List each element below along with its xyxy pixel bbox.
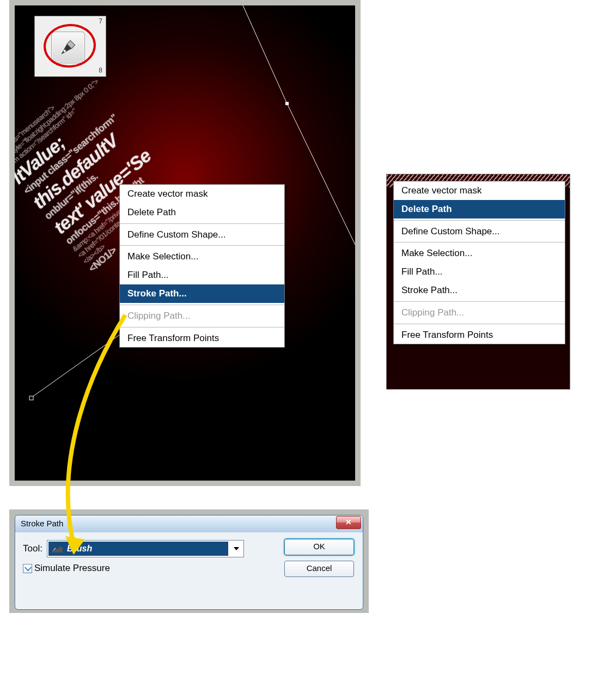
path-context-menu-item[interactable]: Fill Path... (120, 266, 284, 284)
path-context-menu-item[interactable]: Free Transform Points (120, 329, 284, 348)
path-context-menu-2-item[interactable]: Delete Path (394, 200, 565, 218)
dialog-titlebar: Stroke Path ✕ (15, 515, 363, 532)
photoshop-canvas-frame: <div class="menusearch"><div style="floa… (9, 0, 361, 486)
close-button[interactable]: ✕ (336, 516, 361, 529)
svg-rect-1 (285, 102, 289, 105)
pen-tool-inset: 7 8 (35, 16, 106, 76)
path-context-menu-item[interactable]: Stroke Path... (120, 284, 284, 303)
close-icon: ✕ (345, 518, 352, 526)
path-context-menu-2-item: Clipping Path... (394, 303, 565, 322)
tool-combo-value: Brush (67, 544, 92, 554)
stroke-path-dialog: Stroke Path ✕ Tool: Brush Simulate Press… (15, 515, 363, 610)
menu-separator (120, 223, 284, 224)
path-context-menu-2-item[interactable]: Stroke Path... (394, 281, 565, 300)
ok-button-label: OK (313, 542, 325, 551)
menu-separator (394, 220, 565, 221)
path-context-menu-item[interactable]: Define Custom Shape... (120, 226, 284, 244)
menu-separator (394, 301, 565, 302)
path-context-menu-2-item[interactable]: Create vector mask (394, 181, 565, 200)
path-context-menu-item[interactable]: Delete Path (120, 203, 284, 222)
menu-separator (394, 324, 565, 324)
path-context-menu-item: Clipping Path... (120, 307, 284, 325)
context-menu-2-frame: Create vector maskDelete PathDefine Cust… (387, 174, 570, 389)
path-context-menu-2-item[interactable]: Free Transform Points (394, 326, 565, 344)
path-context-menu: Create vector maskDelete PathDefine Cust… (119, 184, 285, 348)
menu-separator (120, 327, 284, 327)
path-context-menu-2: Create vector maskDelete PathDefine Cust… (393, 181, 565, 344)
menu-separator (120, 245, 284, 246)
tool-combo[interactable]: Brush (47, 540, 244, 557)
simulate-pressure-checkbox[interactable] (23, 564, 32, 573)
cancel-button[interactable]: Cancel (284, 561, 354, 577)
path-context-menu-item[interactable]: Make Selection... (120, 247, 284, 266)
red-circle-annotation (42, 22, 98, 70)
dialog-title: Stroke Path (21, 519, 63, 528)
simulate-pressure-label: Simulate Pressure (34, 563, 110, 574)
path-context-menu-2-item[interactable]: Fill Path... (394, 263, 565, 281)
chevron-down-icon (229, 541, 243, 557)
stroke-path-dialog-wrapper: Stroke Path ✕ Tool: Brush Simulate Press… (9, 509, 369, 613)
svg-rect-0 (29, 396, 33, 400)
tool-label: Tool: (23, 543, 42, 554)
path-context-menu-2-item[interactable]: Make Selection... (394, 244, 565, 263)
photoshop-canvas: <div class="menusearch"><div style="floa… (15, 5, 355, 481)
menu-separator (394, 242, 565, 242)
ok-button[interactable]: OK (284, 539, 354, 555)
ruler-mark-bottom: 8 (99, 66, 102, 74)
path-context-menu-item[interactable]: Create vector mask (120, 185, 284, 203)
path-context-menu-2-item[interactable]: Define Custom Shape... (394, 222, 565, 241)
menu-separator (120, 305, 284, 305)
cancel-button-label: Cancel (307, 563, 332, 573)
ruler-mark-top: 7 (99, 17, 102, 25)
